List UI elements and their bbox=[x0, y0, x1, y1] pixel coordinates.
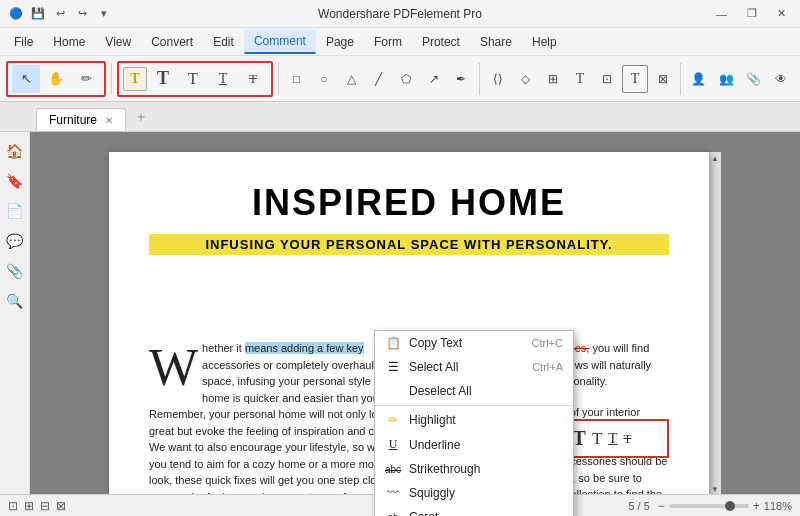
text-line-tool-button[interactable]: T bbox=[567, 65, 592, 93]
circle-tool-button[interactable]: ○ bbox=[311, 65, 336, 93]
toolbar-separator-1 bbox=[111, 63, 112, 95]
ctx-copy-shortcut: Ctrl+C bbox=[532, 337, 563, 349]
menu-form[interactable]: Form bbox=[364, 31, 412, 53]
customize-icon[interactable]: ▾ bbox=[96, 6, 112, 22]
menu-edit[interactable]: Edit bbox=[203, 31, 244, 53]
document-title: INSPIRED HOME bbox=[149, 182, 669, 224]
text-tool-popup-t3[interactable]: T bbox=[608, 430, 617, 447]
menu-comment[interactable]: Comment bbox=[244, 30, 316, 54]
zoom-out-button[interactable]: − bbox=[658, 499, 665, 513]
title-bar-left: 🔵 💾 ↩ ↪ ▾ bbox=[8, 6, 112, 22]
ctx-highlight[interactable]: ✏ Highlight bbox=[375, 408, 573, 432]
stamp-tool-button[interactable]: ⊠ bbox=[650, 65, 675, 93]
scrollbar[interactable]: ▲ ▼ bbox=[709, 152, 721, 496]
toolbar: ↖ ✋ ✏ T T T T T □ ○ △ ╱ ⬠ ↗ ✒ ⟨⟩ ◇ ⊞ T ⊡… bbox=[0, 56, 800, 102]
ctx-caret-label: Caret bbox=[409, 510, 438, 516]
zoom-control: − + 118% bbox=[658, 499, 792, 513]
arrow-tool-button[interactable]: ↗ bbox=[421, 65, 446, 93]
sidebar-attachment-icon[interactable]: 📎 bbox=[4, 260, 26, 282]
zoom-in-button[interactable]: + bbox=[753, 499, 760, 513]
menu-share[interactable]: Share bbox=[470, 31, 522, 53]
tab-add-button[interactable]: ＋ bbox=[126, 104, 156, 130]
rect-tool-button[interactable]: □ bbox=[284, 65, 309, 93]
view-double-icon[interactable]: ⊞ bbox=[24, 499, 34, 513]
ctx-squiggly[interactable]: 〰 Squiggly bbox=[375, 481, 573, 505]
close-button[interactable]: ✕ bbox=[771, 5, 792, 22]
ctx-underline[interactable]: U Underline bbox=[375, 432, 573, 457]
toolbar-separator-4 bbox=[680, 63, 681, 95]
ctx-highlight-icon: ✏ bbox=[385, 413, 401, 427]
document-tab[interactable]: Furniture ✕ bbox=[36, 108, 126, 131]
view-single-icon[interactable]: ⊡ bbox=[8, 499, 18, 513]
pentagon-tool-button[interactable]: ⬠ bbox=[394, 65, 419, 93]
ctx-deselect-label: Deselect All bbox=[409, 384, 472, 398]
undo-icon[interactable]: ↩ bbox=[52, 6, 68, 22]
maximize-button[interactable]: ❐ bbox=[741, 5, 763, 22]
eraser-tool-button[interactable]: ⟨⟩ bbox=[485, 65, 510, 93]
menu-page[interactable]: Page bbox=[316, 31, 364, 53]
menu-help[interactable]: Help bbox=[522, 31, 567, 53]
clip-tool-button[interactable]: 📎 bbox=[741, 65, 766, 93]
ctx-caret[interactable]: ab Caret bbox=[375, 505, 573, 516]
ctx-squiggly-label: Squiggly bbox=[409, 486, 455, 500]
sidebar-pages-icon[interactable]: 📄 bbox=[4, 200, 26, 222]
ctx-select-all[interactable]: ☰ Select All Ctrl+A bbox=[375, 355, 573, 379]
text-tool-popup-t1[interactable]: T bbox=[573, 427, 586, 450]
line-tool-button[interactable]: ╱ bbox=[366, 65, 391, 93]
image-tool-button[interactable]: ⊡ bbox=[595, 65, 620, 93]
text-tool-popup-t2[interactable]: T bbox=[592, 429, 602, 449]
ctx-underline-label: Underline bbox=[409, 438, 460, 452]
user-tool-button[interactable]: 👤 bbox=[686, 65, 711, 93]
text-tool-1-button[interactable]: T bbox=[149, 65, 177, 93]
menu-convert[interactable]: Convert bbox=[141, 31, 203, 53]
diamond-tool-button[interactable]: ◇ bbox=[512, 65, 537, 93]
title-bar-title: Wondershare PDFelement Pro bbox=[318, 7, 482, 21]
menu-protect[interactable]: Protect bbox=[412, 31, 470, 53]
menu-file[interactable]: File bbox=[4, 31, 43, 53]
menu-view[interactable]: View bbox=[95, 31, 141, 53]
select-tool-button[interactable]: ↖ bbox=[12, 65, 40, 93]
edit-tool-button[interactable]: ✏ bbox=[72, 65, 100, 93]
text-tool-4-button[interactable]: T bbox=[239, 65, 267, 93]
document-subtitle: INFUSING YOUR PERSONAL SPACE WITH PERSON… bbox=[149, 234, 669, 255]
triangle-tool-button[interactable]: △ bbox=[339, 65, 364, 93]
eye-tool-button[interactable]: 👁 bbox=[769, 65, 794, 93]
sidebar-search-icon[interactable]: 🔍 bbox=[4, 290, 26, 312]
ctx-strikethrough[interactable]: abc Strikethrough bbox=[375, 457, 573, 481]
ctx-underline-icon: U bbox=[385, 437, 401, 452]
tab-close-button[interactable]: ✕ bbox=[105, 115, 113, 126]
ctx-select-all-shortcut: Ctrl+A bbox=[532, 361, 563, 373]
ctx-strikethrough-label: Strikethrough bbox=[409, 462, 480, 476]
scroll-up-button[interactable]: ▲ bbox=[709, 152, 721, 165]
ctx-squiggly-icon: 〰 bbox=[385, 486, 401, 500]
tab-bar: Furniture ✕ ＋ bbox=[0, 102, 800, 132]
table-tool-button[interactable]: ⊞ bbox=[540, 65, 565, 93]
sidebar-bookmark-icon[interactable]: 🔖 bbox=[4, 170, 26, 192]
minimize-button[interactable]: — bbox=[710, 6, 733, 22]
title-bar: 🔵 💾 ↩ ↪ ▾ Wondershare PDFelement Pro — ❐… bbox=[0, 0, 800, 28]
redo-icon[interactable]: ↪ bbox=[74, 6, 90, 22]
app-icon: 🔵 bbox=[8, 6, 24, 22]
sidebar-home-icon[interactable]: 🏠 bbox=[4, 140, 26, 162]
text-box-tool-button[interactable]: T bbox=[123, 67, 147, 91]
text-tool-popup-t4[interactable]: T bbox=[623, 431, 631, 447]
zoom-slider[interactable] bbox=[669, 504, 749, 508]
ctx-copy-text[interactable]: 📋 Copy Text Ctrl+C bbox=[375, 331, 573, 355]
hand-tool-button[interactable]: ✋ bbox=[42, 65, 70, 93]
view-spread-icon[interactable]: ⊟ bbox=[40, 499, 50, 513]
text-tool-3-button[interactable]: T bbox=[209, 65, 237, 93]
text-tool-2-button[interactable]: T bbox=[179, 65, 207, 93]
user-plus-tool-button[interactable]: 👥 bbox=[714, 65, 739, 93]
zoom-thumb[interactable] bbox=[725, 501, 735, 511]
menu-home[interactable]: Home bbox=[43, 31, 95, 53]
pen-tool-button[interactable]: ✒ bbox=[449, 65, 474, 93]
context-menu: 📋 Copy Text Ctrl+C ☰ Select All Ctrl+A bbox=[374, 330, 574, 516]
toolbar-separator-3 bbox=[479, 63, 480, 95]
select-tools-group: ↖ ✋ ✏ bbox=[6, 61, 106, 97]
save-icon[interactable]: 💾 bbox=[30, 6, 46, 22]
ctx-deselect-all[interactable]: Deselect All bbox=[375, 379, 573, 403]
text-box2-tool-button[interactable]: T bbox=[622, 65, 648, 93]
view-fit-icon[interactable]: ⊠ bbox=[56, 499, 66, 513]
sidebar-comment-icon[interactable]: 💬 bbox=[4, 230, 26, 252]
ctx-select-all-label: Select All bbox=[409, 360, 458, 374]
